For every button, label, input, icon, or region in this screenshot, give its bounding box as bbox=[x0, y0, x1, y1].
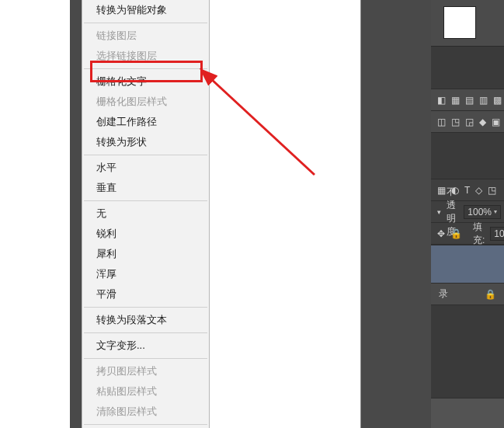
adj-icon-6[interactable]: ◫ bbox=[437, 116, 446, 128]
menu-item-11[interactable]: 垂直 bbox=[82, 178, 209, 198]
history-label: 录 bbox=[439, 287, 448, 301]
navigator-thumbnail bbox=[443, 6, 476, 39]
menu-item-10[interactable]: 水平 bbox=[82, 158, 209, 178]
menu-separator bbox=[84, 23, 207, 23]
menu-item-21[interactable]: 文字变形... bbox=[82, 336, 209, 356]
selected-layer[interactable] bbox=[431, 245, 504, 284]
menu-item-16[interactable]: 浑厚 bbox=[82, 264, 209, 284]
fill-value-box[interactable]: 100% ▾ bbox=[490, 227, 504, 241]
filter-shape-icon[interactable]: ◇ bbox=[475, 184, 482, 197]
submenu-panel bbox=[210, 0, 361, 428]
adjustments-row-1: ◧ ▦ ▤ ▥ ▩ bbox=[431, 89, 504, 111]
menu-item-2: 链接图层 bbox=[82, 26, 209, 46]
menu-item-25: 清除图层样式 bbox=[82, 402, 209, 422]
fill-row: ✥ 🔒 填充: 100% ▾ bbox=[431, 223, 504, 245]
context-menu: 转换为智能对象链接图层选择链接图层栅格化文字栅格化图层样式创建工作路径转换为形状… bbox=[82, 0, 210, 428]
menu-item-13[interactable]: 无 bbox=[82, 204, 209, 224]
menu-item-7[interactable]: 创建工作路径 bbox=[82, 112, 209, 132]
filter-text-icon[interactable]: T bbox=[464, 184, 470, 197]
adj-icon-2[interactable]: ▦ bbox=[451, 94, 460, 106]
move-icon[interactable]: ✥ bbox=[437, 228, 445, 240]
menu-item-24: 粘贴图层样式 bbox=[82, 381, 209, 402]
fill-label: 填充: bbox=[473, 221, 485, 247]
menu-separator bbox=[84, 200, 207, 201]
right-panels: ◧ ▦ ▤ ▥ ▩ ◫ ◳ ◲ ◆ ▣ ▦ ◐ T ◇ ◳ ▮ ▾ 不透明度 bbox=[431, 0, 504, 428]
menu-separator bbox=[84, 424, 207, 425]
adjustments-row-2: ◫ ◳ ◲ ◆ ▣ bbox=[431, 111, 504, 133]
opacity-value: 100% bbox=[468, 207, 492, 217]
layer-lock-icon: 🔒 bbox=[485, 289, 496, 300]
filter-smart-icon[interactable]: ◳ bbox=[488, 184, 496, 197]
menu-item-0[interactable]: 转换为智能对象 bbox=[82, 0, 209, 20]
menu-item-15[interactable]: 犀利 bbox=[82, 244, 209, 264]
adj-icon-9[interactable]: ◆ bbox=[479, 116, 486, 128]
layers-filter-row: ▦ ◐ T ◇ ◳ ▮ bbox=[431, 179, 504, 201]
menu-separator bbox=[84, 68, 207, 69]
panel-gap-1 bbox=[431, 47, 504, 89]
layers-empty-area bbox=[431, 305, 504, 398]
menu-item-17[interactable]: 平滑 bbox=[82, 284, 209, 304]
menu-item-3: 选择链接图层 bbox=[82, 46, 209, 66]
adj-icon-3[interactable]: ▤ bbox=[465, 94, 474, 106]
adj-icon-5[interactable]: ▩ bbox=[493, 94, 502, 106]
adj-icon-10[interactable]: ▣ bbox=[492, 116, 500, 128]
menu-item-14[interactable]: 锐利 bbox=[82, 224, 209, 244]
menu-item-23: 拷贝图层样式 bbox=[82, 361, 209, 381]
canvas-area bbox=[0, 0, 70, 428]
adj-icon-7[interactable]: ◳ bbox=[451, 116, 460, 128]
filter-pixel-icon[interactable]: ▦ bbox=[437, 184, 446, 197]
menu-separator bbox=[84, 307, 207, 308]
fill-value: 100% bbox=[494, 228, 504, 239]
panel-gap-2 bbox=[431, 133, 504, 179]
opacity-value-box[interactable]: 100% ▾ bbox=[464, 205, 501, 219]
menu-separator bbox=[84, 358, 207, 359]
adj-icon-1[interactable]: ◧ bbox=[437, 94, 446, 106]
adj-icon-4[interactable]: ▥ bbox=[479, 94, 488, 106]
menu-separator bbox=[84, 332, 207, 333]
background-layer-row[interactable]: 录 🔒 bbox=[431, 284, 504, 305]
menu-item-5[interactable]: 栅格化文字 bbox=[82, 71, 209, 92]
menu-item-6: 栅格化图层样式 bbox=[82, 92, 209, 112]
menu-item-19[interactable]: 转换为段落文本 bbox=[82, 310, 209, 330]
opacity-row: ▾ 不透明度: 100% ▾ bbox=[431, 201, 504, 223]
lock-icon[interactable]: 🔒 bbox=[450, 228, 462, 240]
navigator-panel bbox=[431, 0, 504, 47]
adj-icon-8[interactable]: ◲ bbox=[465, 116, 474, 128]
menu-separator bbox=[84, 155, 207, 155]
menu-item-8[interactable]: 转换为形状 bbox=[82, 132, 209, 152]
